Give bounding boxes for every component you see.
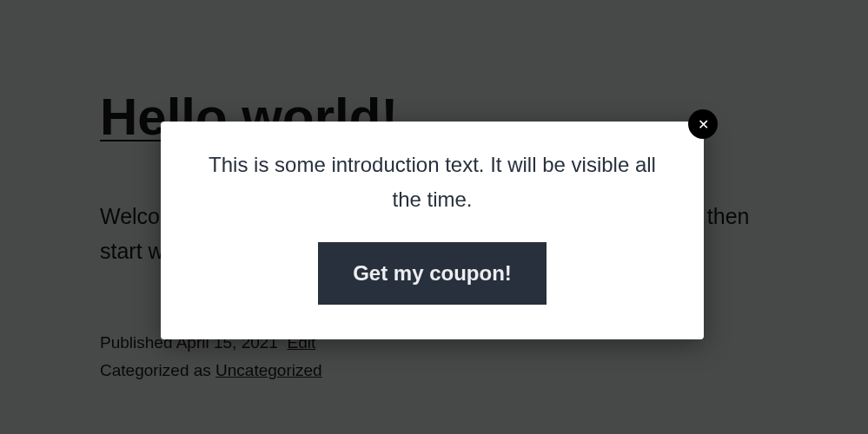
get-coupon-button[interactable]: Get my coupon! bbox=[318, 242, 547, 305]
close-icon: ✕ bbox=[698, 116, 709, 133]
coupon-modal: ✕ This is some introduction text. It wil… bbox=[161, 122, 704, 339]
modal-close-button[interactable]: ✕ bbox=[688, 109, 718, 139]
modal-intro-text: This is some introduction text. It will … bbox=[195, 148, 669, 216]
